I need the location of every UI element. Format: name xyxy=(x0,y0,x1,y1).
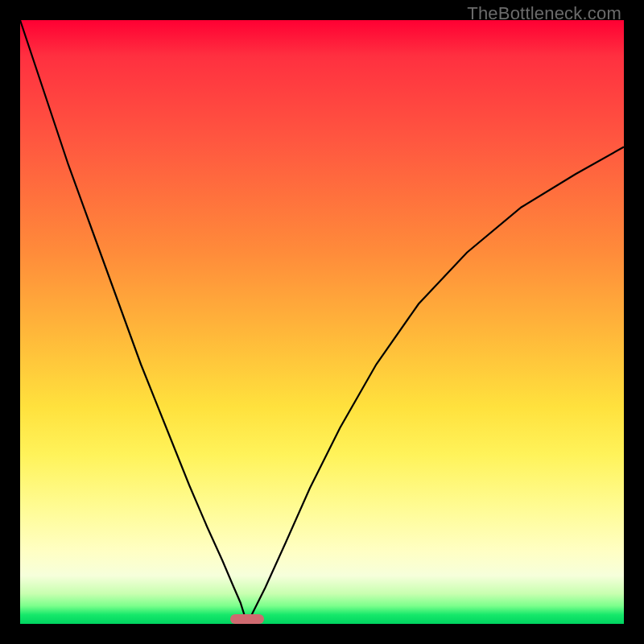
bottleneck-marker xyxy=(230,614,264,624)
watermark-text: TheBottleneck.com xyxy=(467,3,621,24)
bottleneck-curve xyxy=(20,20,624,624)
curve-right-branch xyxy=(247,147,624,625)
curve-left-branch xyxy=(20,20,247,624)
chart-frame: TheBottleneck.com xyxy=(0,0,644,644)
